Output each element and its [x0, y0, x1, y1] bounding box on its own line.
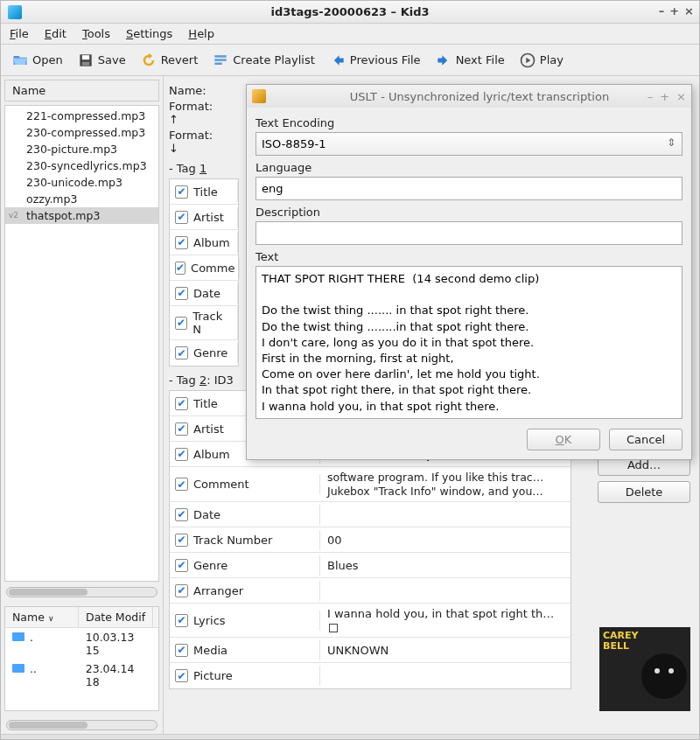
file-tree-header[interactable]: Name [4, 80, 159, 101]
checkbox-icon[interactable] [175, 644, 188, 657]
checkbox-icon[interactable] [175, 559, 188, 572]
folder-list[interactable]: Name∨ Date Modif .10.03.13 15..23.04.14 … [4, 606, 159, 711]
checkbox-icon[interactable] [175, 185, 188, 199]
file-tree[interactable]: 221-compressed.mp3230-compressed.mp3230-… [4, 105, 159, 582]
tag2-field-label[interactable]: Comment [170, 474, 320, 494]
checkbox-icon[interactable] [175, 508, 188, 521]
play-button[interactable]: Play [514, 49, 569, 72]
svg-rect-5 [215, 62, 222, 65]
tag2-field-label[interactable]: Genre [170, 555, 320, 576]
uslt-dialog: USLT - Unsynchronized lyric/text transcr… [246, 84, 692, 460]
tag2-field-label[interactable]: Arranger [170, 581, 320, 601]
tag2-field-value[interactable]: UNKNOWN [320, 640, 570, 660]
col-date-header[interactable]: Date Modif [79, 607, 153, 627]
file-tree-item[interactable]: v2thatspot.mp3 [5, 207, 158, 224]
svg-point-8 [654, 668, 660, 674]
folder-open-icon [11, 52, 29, 69]
album-art[interactable]: CAREYBELL [599, 627, 690, 711]
folder-row[interactable]: .10.03.13 15 [5, 628, 158, 660]
window-close-button[interactable]: × [684, 4, 694, 17]
checkbox-icon[interactable] [175, 346, 188, 360]
delete-button[interactable]: Delete [598, 481, 690, 503]
dialog-title: USLT - Unsynchronized lyric/text transcr… [273, 90, 686, 103]
open-button[interactable]: Open [6, 49, 68, 72]
tag2-field-value[interactable]: software program. If you like this trac…… [320, 467, 570, 501]
create-playlist-button[interactable]: Create Playlist [206, 49, 320, 72]
previous-file-button[interactable]: Previous File [324, 49, 426, 72]
checkbox-icon[interactable] [175, 584, 188, 597]
text-textarea[interactable] [256, 266, 682, 419]
format-up-label[interactable]: Format: ↑ [169, 100, 223, 126]
cancel-button[interactable]: Cancel [609, 429, 682, 450]
svg-rect-2 [82, 61, 89, 65]
file-tree-item[interactable]: 230-picture.mp3 [5, 141, 158, 157]
tag1-table: TitleArtistAlbumCommeDateTrack NGenre [169, 178, 239, 367]
file-tree-scrollbar[interactable] [6, 587, 158, 597]
format-down-label[interactable]: Format: ↓ [169, 129, 223, 155]
file-tree-item[interactable]: 221-compressed.mp3 [5, 108, 158, 124]
tag2-field-label[interactable]: Track Number [170, 530, 320, 550]
window-minimize-button[interactable]: – [659, 4, 665, 17]
menu-edit[interactable]: Edit [45, 27, 66, 40]
checkbox-icon[interactable] [175, 614, 188, 627]
next-file-button[interactable]: Next File [430, 49, 510, 72]
ok-button[interactable]: OK [527, 429, 600, 450]
language-input[interactable] [256, 177, 682, 200]
checkbox-icon[interactable] [175, 669, 188, 682]
col-name-header[interactable]: Name∨ [5, 607, 79, 627]
checkbox-icon[interactable] [175, 211, 188, 224]
checkbox-icon[interactable] [175, 422, 188, 436]
tag2-field-label[interactable]: Picture [170, 666, 320, 686]
file-tree-item[interactable]: 230-syncedlyrics.mp3 [5, 157, 158, 174]
description-input[interactable] [256, 221, 682, 245]
checkbox-icon[interactable] [175, 478, 188, 491]
tag1-field[interactable]: Comme [170, 258, 240, 278]
file-tree-item[interactable]: 230-unicode.mp3 [5, 174, 158, 191]
tag1-field[interactable]: Artist [170, 207, 238, 227]
toolbar: Open Save Revert Create Playlist Previou… [1, 45, 699, 76]
checkbox-icon[interactable] [175, 287, 188, 300]
menubar: File Edit Tools Settings Help [1, 24, 699, 45]
tag2-field-value[interactable]: I wanna hold you, in that spot right th… [320, 604, 570, 637]
tag2-field-value[interactable]: Blues [320, 555, 570, 576]
tag2-field-value[interactable] [320, 587, 570, 594]
save-icon [77, 52, 94, 69]
statusbar [1, 734, 699, 739]
checkbox-icon[interactable] [175, 317, 187, 330]
tag2-field-label[interactable]: Date [170, 505, 320, 525]
file-tree-item[interactable]: ozzy.mp3 [5, 191, 158, 207]
tag2-field-value[interactable] [320, 673, 570, 680]
revert-button[interactable]: Revert [135, 49, 204, 72]
tag2-field-value[interactable]: 00 [320, 530, 570, 550]
menu-help[interactable]: Help [188, 27, 214, 40]
dialog-close-button[interactable]: × [676, 90, 686, 103]
tag1-field[interactable]: Album [170, 233, 238, 253]
language-label: Language [256, 161, 682, 174]
playlist-icon [212, 52, 229, 69]
tag2-field-label[interactable]: Lyrics [170, 611, 320, 631]
tag1-field[interactable]: Track N [170, 306, 238, 339]
svg-point-7 [641, 653, 687, 699]
tag1-field[interactable]: Genre [170, 343, 238, 363]
menu-settings[interactable]: Settings [126, 27, 172, 40]
play-icon [519, 52, 536, 69]
tag1-field[interactable]: Title [170, 182, 238, 202]
folder-row[interactable]: ..23.04.14 18 [5, 660, 158, 691]
dialog-minimize-button[interactable]: – [648, 90, 654, 103]
checkbox-icon[interactable] [175, 448, 188, 461]
menu-file[interactable]: File [10, 27, 29, 40]
checkbox-icon[interactable] [175, 236, 188, 249]
tag2-field-value[interactable] [320, 511, 570, 518]
file-tree-item[interactable]: 230-compressed.mp3 [5, 124, 158, 141]
checkbox-icon[interactable] [175, 397, 188, 410]
tag2-field-label[interactable]: Media [170, 640, 320, 660]
folder-list-scrollbar[interactable] [6, 720, 158, 730]
checkbox-icon[interactable] [175, 534, 188, 547]
menu-tools[interactable]: Tools [82, 27, 110, 40]
window-maximize-button[interactable]: + [669, 4, 679, 17]
save-button[interactable]: Save [72, 49, 131, 72]
checkbox-icon[interactable] [175, 262, 186, 275]
tag1-field[interactable]: Date [170, 283, 238, 304]
encoding-select[interactable]: ISO-8859-1 [256, 132, 682, 156]
dialog-maximize-button[interactable]: + [660, 90, 669, 103]
